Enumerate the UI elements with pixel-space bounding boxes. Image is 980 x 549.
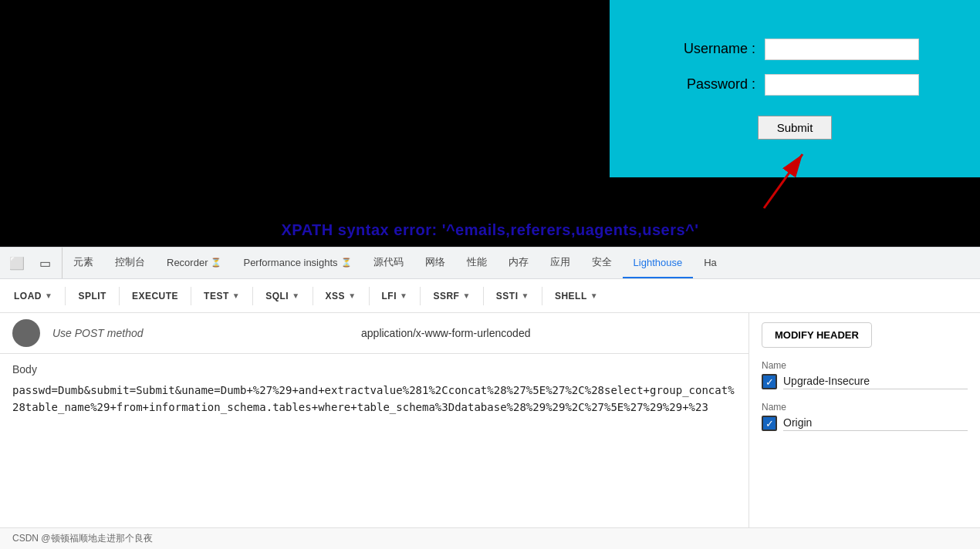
divider-5 xyxy=(313,287,313,305)
ssti-arrow: ▼ xyxy=(522,291,529,300)
tab-network[interactable]: 网络 xyxy=(414,248,456,278)
header-name-label-1: Name xyxy=(762,360,968,371)
load-button[interactable]: LOAD ▼ xyxy=(6,286,60,306)
bottom-bar-text: CSDN @顿顿福顺地走进那个良夜 xyxy=(12,532,153,545)
devtools-tabs: ⬜ ▭ 元素 控制台 Recorder ⏳ Performance insigh… xyxy=(0,247,980,279)
tab-more[interactable]: Ha xyxy=(693,248,728,278)
recorder-hourglass: ⏳ xyxy=(211,258,221,268)
header-value-2: Origin xyxy=(783,416,968,431)
tab-recorder[interactable]: Recorder ⏳ xyxy=(156,248,232,278)
error-message: XPATH syntax error: '^emails,referers,ua… xyxy=(0,221,980,239)
divider-6 xyxy=(369,287,370,305)
modify-header-button[interactable]: MODIFY HEADER xyxy=(762,322,872,348)
load-arrow: ▼ xyxy=(45,291,52,300)
divider-7 xyxy=(420,287,421,305)
bottom-bar: CSDN @顿顿福顺地走进那个良夜 xyxy=(0,527,980,549)
tab-sources[interactable]: 源代码 xyxy=(363,248,414,278)
browser-content: Username : Password : Submit XPATH synta… xyxy=(0,0,980,247)
use-post-text: Use POST method xyxy=(52,327,144,339)
body-section: Body passwd=Dumb&submit=Submit&uname=Dum… xyxy=(0,354,749,426)
lfi-arrow: ▼ xyxy=(400,291,407,300)
divider-1 xyxy=(65,287,66,305)
divider-4 xyxy=(252,287,253,305)
body-content: passwd=Dumb&submit=Submit&uname=Dumb+%27… xyxy=(12,382,736,416)
tab-security[interactable]: 安全 xyxy=(581,248,623,278)
xss-button[interactable]: XSS ▼ xyxy=(318,286,364,306)
tab-performance[interactable]: 性能 xyxy=(456,248,498,278)
use-post-row: Use POST method application/x-www-form-u… xyxy=(0,313,749,354)
header-checkbox-2[interactable]: ✓ xyxy=(762,416,777,431)
header-checkbox-row-2: ✓ Origin xyxy=(762,416,968,431)
tab-lighthouse[interactable]: Lighthouse xyxy=(623,248,694,278)
header-checkbox-row-1: ✓ Upgrade-Insecure xyxy=(762,374,968,389)
submit-button[interactable]: Submit xyxy=(758,116,833,140)
right-panel: MODIFY HEADER Name ✓ Upgrade-Insecure Na… xyxy=(749,313,980,527)
password-label: Password : xyxy=(671,76,755,93)
divider-8 xyxy=(483,287,484,305)
xss-arrow: ▼ xyxy=(348,291,356,300)
tab-elements[interactable]: 元素 xyxy=(63,248,104,278)
password-row: Password : xyxy=(671,74,919,96)
execute-button[interactable]: EXECUTE xyxy=(124,286,186,306)
shell-arrow: ▼ xyxy=(590,291,598,300)
tab-application[interactable]: 应用 xyxy=(539,248,581,278)
sqli-arrow: ▼ xyxy=(292,291,299,300)
sqli-button[interactable]: SQLI ▼ xyxy=(258,286,307,306)
test-arrow: ▼ xyxy=(232,291,240,300)
content-area: Use POST method application/x-www-form-u… xyxy=(0,313,980,527)
username-row: Username : xyxy=(671,39,919,60)
tab-memory[interactable]: 内存 xyxy=(498,248,539,278)
device-icon[interactable]: ▭ xyxy=(34,252,56,274)
ssrf-button[interactable]: SSRF ▼ xyxy=(425,286,478,306)
login-overlay: Username : Password : Submit xyxy=(610,0,980,177)
avatar xyxy=(12,319,40,347)
devtools-icon-group: ⬜ ▭ xyxy=(0,248,63,278)
password-input[interactable] xyxy=(765,74,919,96)
divider-2 xyxy=(119,287,120,305)
shell-button[interactable]: SHELL ▼ xyxy=(547,286,606,306)
content-type-text: application/x-www-form-urlencoded xyxy=(156,327,737,339)
toolbar: LOAD ▼ SPLIT EXECUTE TEST ▼ SQLI ▼ XSS ▼… xyxy=(0,279,980,313)
header-value-1: Upgrade-Insecure xyxy=(783,375,968,389)
username-input[interactable] xyxy=(765,39,919,60)
cursor-icon[interactable]: ⬜ xyxy=(6,252,28,274)
header-item-1: Name ✓ Upgrade-Insecure xyxy=(762,360,968,389)
tab-performance-insights[interactable]: Performance insights ⏳ xyxy=(232,248,362,278)
divider-3 xyxy=(191,287,191,305)
tab-console[interactable]: 控制台 xyxy=(104,248,156,278)
test-button[interactable]: TEST ▼ xyxy=(196,286,248,306)
body-label: Body xyxy=(12,363,736,376)
lfi-button[interactable]: LFI ▼ xyxy=(374,286,416,306)
username-label: Username : xyxy=(671,41,755,57)
performance-insights-hourglass: ⏳ xyxy=(341,258,352,268)
header-item-2: Name ✓ Origin xyxy=(762,402,968,431)
left-panel: Use POST method application/x-www-form-u… xyxy=(0,313,749,527)
header-checkbox-1[interactable]: ✓ xyxy=(762,374,777,389)
ssti-button[interactable]: SSTI ▼ xyxy=(488,286,537,306)
ssrf-arrow: ▼ xyxy=(462,291,470,300)
split-button[interactable]: SPLIT xyxy=(70,286,114,306)
header-name-label-2: Name xyxy=(762,402,968,413)
divider-9 xyxy=(542,287,542,305)
